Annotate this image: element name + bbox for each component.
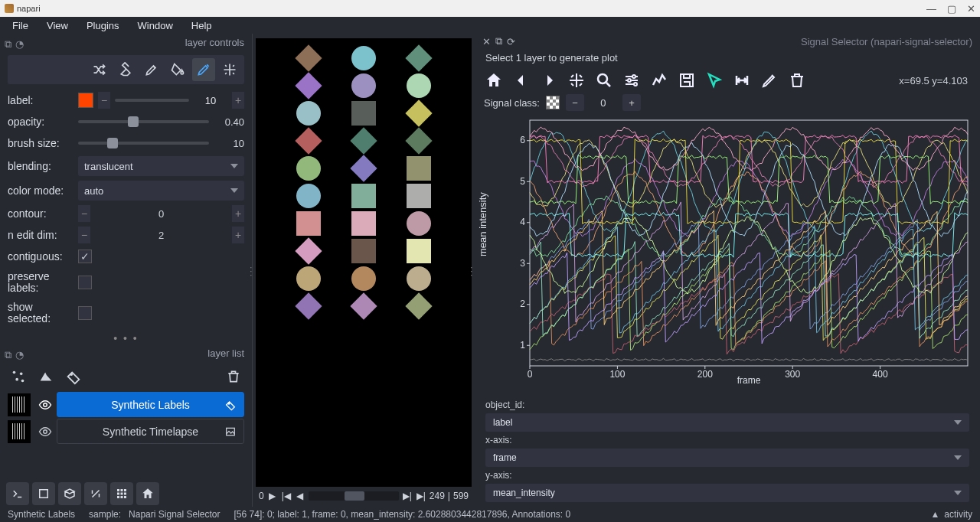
layer-name[interactable]: Synthetic Timelapse — [57, 419, 244, 444]
swatch — [296, 156, 321, 181]
objectid-select[interactable]: label — [485, 413, 969, 432]
home-button[interactable] — [136, 482, 159, 505]
menu-plugins[interactable]: Plugins — [77, 18, 129, 33]
plot-axis-button[interactable] — [648, 69, 671, 92]
plot-span-button[interactable] — [730, 69, 753, 92]
label-minus[interactable]: − — [98, 92, 110, 109]
label-plus[interactable]: + — [232, 92, 244, 109]
colormode-select[interactable]: auto — [78, 181, 244, 201]
picker-tool[interactable] — [192, 58, 215, 81]
console-button[interactable] — [6, 482, 29, 505]
signal-plot[interactable] — [504, 116, 972, 392]
visibility-toggle[interactable] — [34, 425, 57, 439]
refresh-icon[interactable]: ⟳ — [507, 36, 515, 47]
statusbar: Synthetic Labels sample: Napari Signal S… — [0, 507, 980, 522]
showsel-checkbox[interactable] — [78, 306, 92, 320]
swatch — [350, 292, 377, 319]
class-minus[interactable]: − — [566, 94, 584, 111]
skip-start-button[interactable]: |◀ — [281, 491, 292, 501]
brushsize-label: brush size: — [8, 137, 74, 149]
menu-window[interactable]: Window — [129, 18, 182, 33]
new-labels-button[interactable] — [63, 366, 84, 387]
eraser-tool[interactable] — [114, 58, 137, 81]
plot-pan-button[interactable] — [565, 69, 588, 92]
step-fwd-button[interactable]: ▶| — [402, 491, 413, 501]
detach-icon[interactable]: ⧉ — [5, 38, 12, 46]
preserve-checkbox[interactable] — [78, 276, 92, 289]
shuffle-tool[interactable] — [88, 58, 111, 81]
menu-file[interactable]: File — [3, 18, 38, 33]
swatch — [405, 100, 432, 126]
fill-tool[interactable] — [166, 58, 189, 81]
pan-tool[interactable] — [218, 58, 241, 81]
visibility-toggle[interactable] — [34, 398, 57, 412]
plot-back-button[interactable] — [510, 69, 533, 92]
status-info: [56 74]: 0; label: 1, frame: 0, mean_int… — [234, 509, 571, 520]
signal-class-swatch[interactable] — [546, 96, 560, 109]
ndisplay-button[interactable] — [32, 482, 55, 505]
close-button[interactable]: ✕ — [967, 3, 975, 15]
plot-select-button[interactable] — [703, 69, 726, 92]
plot-zoom-button[interactable] — [593, 69, 616, 92]
roll-button[interactable] — [84, 482, 107, 505]
detach-icon[interactable]: ⧉ — [5, 349, 12, 357]
blending-label: blending: — [8, 160, 74, 172]
3d-button[interactable] — [58, 482, 81, 505]
contour-minus[interactable]: − — [78, 205, 90, 222]
activity-button[interactable]: activity — [944, 509, 972, 520]
contig-checkbox[interactable] — [78, 250, 92, 263]
step-back-button[interactable]: ◀ — [295, 491, 305, 501]
close-icon[interactable]: ✕ — [482, 36, 491, 47]
swatch — [350, 127, 377, 154]
plot-home-button[interactable] — [482, 69, 505, 92]
minimize-button[interactable]: — — [926, 3, 936, 15]
layer-item[interactable]: Synthetic Timelapse — [8, 419, 244, 444]
label-color-swatch[interactable] — [78, 93, 93, 108]
play-button[interactable]: ▶ — [267, 491, 278, 501]
plot-config-button[interactable] — [620, 69, 643, 92]
expand-icon[interactable]: ◔ — [15, 349, 23, 357]
panel-splitter[interactable]: • • • — [0, 332, 252, 344]
contig-label: contiguous: — [8, 250, 74, 263]
skip-end-button[interactable]: ▶| — [416, 491, 426, 501]
label-slider[interactable] — [115, 99, 189, 102]
xaxis-select[interactable]: frame — [485, 449, 969, 467]
class-plus[interactable]: + — [622, 94, 641, 111]
new-points-button[interactable] — [8, 366, 29, 387]
brushsize-slider[interactable] — [78, 142, 209, 145]
menu-help[interactable]: Help — [182, 18, 221, 33]
plot-delete-button[interactable] — [786, 69, 808, 92]
xaxis-value: frame — [493, 452, 517, 463]
layer-name[interactable]: Synthetic Labels — [57, 392, 244, 417]
new-shapes-button[interactable] — [35, 366, 57, 387]
layer-item[interactable]: Synthetic Labels — [8, 392, 244, 417]
status-sample-value: Napari Signal Selector — [129, 509, 220, 520]
paint-tool[interactable] — [140, 58, 163, 81]
colormode-value: auto — [84, 185, 103, 197]
menu-view[interactable]: View — [38, 18, 77, 33]
viewer-canvas[interactable] — [256, 38, 472, 487]
swatch — [405, 44, 432, 71]
delete-layer-button[interactable] — [223, 366, 244, 387]
activity-chevron-icon[interactable]: ▲ — [930, 509, 939, 520]
nedit-plus[interactable]: + — [232, 227, 244, 243]
objectid-label: object_id: — [479, 398, 975, 412]
maximize-button[interactable]: ▢ — [947, 3, 956, 15]
expand-icon[interactable]: ◔ — [15, 38, 23, 46]
app-icon — [5, 4, 14, 13]
swatch — [296, 266, 321, 291]
plot-save-button[interactable] — [675, 69, 698, 92]
yaxis-select[interactable]: mean_intensity — [485, 484, 969, 502]
detach-icon[interactable]: ⧉ — [495, 35, 502, 47]
contour-plus[interactable]: + — [232, 205, 244, 222]
plot-annotate-button[interactable] — [758, 69, 781, 92]
nedit-minus[interactable]: − — [78, 227, 90, 243]
plot-forward-button[interactable] — [537, 69, 560, 92]
opacity-slider[interactable] — [78, 120, 209, 123]
grid-button[interactable] — [110, 482, 133, 505]
brushsize-value: 10 — [214, 138, 244, 149]
menubar: File View Plugins Window Help — [0, 17, 980, 34]
blending-select[interactable]: translucent — [78, 156, 244, 176]
frame-slider[interactable] — [309, 491, 399, 501]
swatch — [407, 73, 431, 98]
